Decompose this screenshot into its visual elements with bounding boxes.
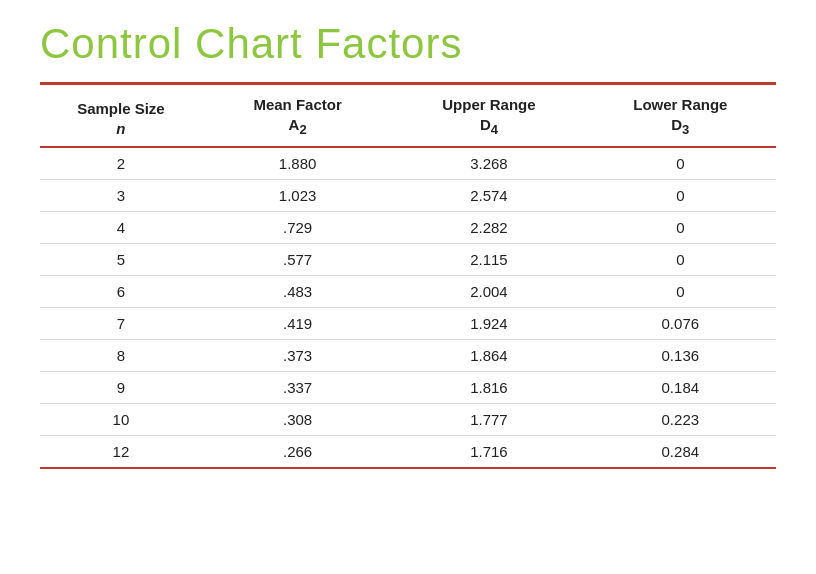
control-chart-table: Sample Sizen Mean FactorA2 Upper RangeD4…: [40, 85, 776, 469]
cell-mean-factor: .577: [202, 244, 393, 276]
table-row: 6.4832.0040: [40, 276, 776, 308]
table-row: 12.2661.7160.284: [40, 436, 776, 469]
cell-sample-size: 8: [40, 340, 202, 372]
table-row: 5.5772.1150: [40, 244, 776, 276]
cell-lower-range: 0: [585, 212, 776, 244]
cell-upper-range: 1.777: [393, 404, 584, 436]
cell-upper-range: 1.924: [393, 308, 584, 340]
header-mean-factor: Mean FactorA2: [202, 85, 393, 147]
cell-upper-range: 1.864: [393, 340, 584, 372]
table-row: 9.3371.8160.184: [40, 372, 776, 404]
cell-sample-size: 6: [40, 276, 202, 308]
cell-sample-size: 4: [40, 212, 202, 244]
cell-lower-range: 0: [585, 180, 776, 212]
cell-sample-size: 2: [40, 147, 202, 180]
header-lower-range: Lower RangeD3: [585, 85, 776, 147]
cell-sample-size: 9: [40, 372, 202, 404]
cell-mean-factor: .729: [202, 212, 393, 244]
cell-mean-factor: .266: [202, 436, 393, 469]
cell-upper-range: 3.268: [393, 147, 584, 180]
cell-mean-factor: .337: [202, 372, 393, 404]
cell-upper-range: 1.716: [393, 436, 584, 469]
cell-mean-factor: .419: [202, 308, 393, 340]
cell-sample-size: 5: [40, 244, 202, 276]
cell-upper-range: 2.004: [393, 276, 584, 308]
table-row: 4.7292.2820: [40, 212, 776, 244]
cell-sample-size: 7: [40, 308, 202, 340]
cell-lower-range: 0: [585, 147, 776, 180]
cell-sample-size: 12: [40, 436, 202, 469]
cell-lower-range: 0.184: [585, 372, 776, 404]
table-row: 10.3081.7770.223: [40, 404, 776, 436]
cell-mean-factor: .308: [202, 404, 393, 436]
cell-sample-size: 10: [40, 404, 202, 436]
cell-lower-range: 0.136: [585, 340, 776, 372]
cell-upper-range: 1.816: [393, 372, 584, 404]
table-row: 7.4191.9240.076: [40, 308, 776, 340]
table-row: 8.3731.8640.136: [40, 340, 776, 372]
cell-lower-range: 0.076: [585, 308, 776, 340]
table-row: 21.8803.2680: [40, 147, 776, 180]
cell-upper-range: 2.115: [393, 244, 584, 276]
header-upper-range: Upper RangeD4: [393, 85, 584, 147]
page-title: Control Chart Factors: [40, 20, 776, 74]
cell-mean-factor: .373: [202, 340, 393, 372]
cell-lower-range: 0: [585, 276, 776, 308]
cell-mean-factor: 1.880: [202, 147, 393, 180]
header-sample-size: Sample Sizen: [40, 85, 202, 147]
cell-mean-factor: 1.023: [202, 180, 393, 212]
cell-upper-range: 2.574: [393, 180, 584, 212]
cell-lower-range: 0.284: [585, 436, 776, 469]
cell-upper-range: 2.282: [393, 212, 584, 244]
table-row: 31.0232.5740: [40, 180, 776, 212]
cell-lower-range: 0.223: [585, 404, 776, 436]
table-header-row: Sample Sizen Mean FactorA2 Upper RangeD4…: [40, 85, 776, 147]
cell-lower-range: 0: [585, 244, 776, 276]
cell-sample-size: 3: [40, 180, 202, 212]
cell-mean-factor: .483: [202, 276, 393, 308]
